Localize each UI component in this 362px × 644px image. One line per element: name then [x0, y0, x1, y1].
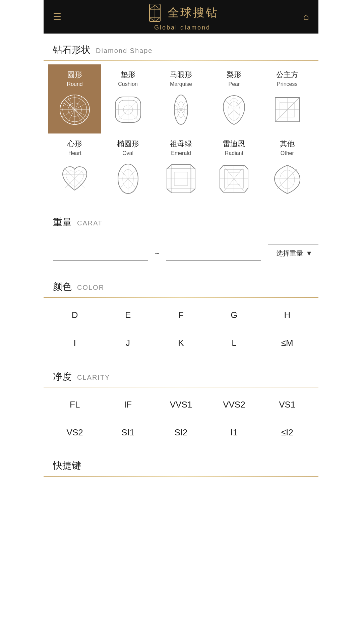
color-option-leM[interactable]: ≤M: [261, 329, 314, 357]
shape-heart-en: Heart: [68, 150, 81, 156]
carat-select-button[interactable]: 选择重量 ▼: [268, 245, 318, 262]
shape-other-cn: 其他: [280, 139, 295, 149]
color-title-en: COLOR: [77, 284, 104, 291]
quick-section: 快捷键: [44, 450, 318, 472]
shape-princess-cn: 公主方: [276, 70, 298, 80]
shape-cushion-icon: [110, 91, 146, 128]
color-option-I[interactable]: I: [48, 329, 101, 357]
logo-diamond-icon: [146, 3, 164, 23]
color-option-E[interactable]: E: [101, 301, 154, 329]
carat-min-input[interactable]: [53, 246, 148, 261]
color-grid: DEFGHIJKL≤M: [44, 298, 318, 360]
color-option-D[interactable]: D: [48, 301, 101, 329]
shape-pear-icon: [216, 91, 252, 128]
clarity-option-VVS1[interactable]: VVS1: [155, 391, 207, 419]
quick-divider: [44, 476, 318, 477]
app-header: ☰ 全球搜钻 Global diamond ⌂: [44, 0, 318, 34]
shape-round[interactable]: 圆形 Round: [48, 64, 101, 133]
carat-section-header: 重量 CARAT: [44, 206, 318, 229]
svg-line-5: [149, 5, 155, 9]
shape-pear[interactable]: 梨形 Pear: [207, 64, 260, 133]
carat-title-en: CARAT: [77, 219, 103, 227]
shape-round-icon: [56, 91, 93, 128]
shape-emerald-en: Emerald: [171, 150, 191, 156]
clarity-option-leI2[interactable]: ≤I2: [261, 419, 314, 446]
carat-select-label: 选择重量: [276, 249, 303, 258]
carat-title-cn: 重量: [53, 216, 72, 229]
shape-oval-icon: [110, 160, 146, 197]
clarity-section-header: 净度 CLARITY: [44, 360, 318, 383]
shape-round-en: Round: [67, 81, 83, 87]
carat-tilde: ~: [155, 248, 160, 259]
home-icon[interactable]: ⌂: [303, 11, 309, 22]
shape-oval-en: Oval: [122, 150, 133, 156]
quick-title-cn: 快捷键: [53, 459, 81, 472]
shape-oval[interactable]: 椭圆形 Oval: [101, 133, 154, 203]
shape-heart-cn: 心形: [67, 139, 82, 149]
shape-cushion-en: Cushion: [118, 81, 138, 87]
carat-inputs-section: ~ 选择重量 ▼: [44, 236, 318, 270]
shape-heart[interactable]: 心形 Heart: [48, 133, 101, 203]
color-option-K[interactable]: K: [155, 329, 207, 357]
clarity-option-I1[interactable]: I1: [207, 419, 260, 446]
color-section-header: 颜色 COLOR: [44, 270, 318, 293]
shape-marquise-icon: [163, 91, 199, 128]
shape-emerald-cn: 祖母绿: [170, 139, 192, 149]
shape-princess[interactable]: 公主方 Princess: [261, 64, 314, 133]
svg-line-6: [155, 5, 160, 9]
color-option-H[interactable]: H: [261, 301, 314, 329]
clarity-option-VS1[interactable]: VS1: [261, 391, 314, 419]
shape-oval-cn: 椭圆形: [117, 139, 139, 149]
shape-other[interactable]: 其他 Other: [261, 133, 314, 203]
clarity-option-FL[interactable]: FL: [48, 391, 101, 419]
shape-emerald-icon: [163, 160, 199, 197]
svg-line-46: [275, 110, 287, 122]
shape-cushion-cn: 垫形: [121, 70, 135, 80]
shape-pear-en: Pear: [228, 81, 240, 87]
shape-cushion[interactable]: 垫形 Cushion: [101, 64, 154, 133]
shape-radiant-icon: [216, 160, 252, 197]
shape-other-icon: [269, 160, 306, 197]
shape-round-cn: 圆形: [67, 70, 82, 80]
shape-emerald[interactable]: 祖母绿 Emerald: [155, 133, 207, 203]
shape-marquise[interactable]: 马眼形 Marquise: [155, 64, 207, 133]
shape-heart-icon: [56, 160, 93, 197]
color-option-L[interactable]: L: [207, 329, 260, 357]
shape-marquise-cn: 马眼形: [170, 70, 192, 80]
clarity-option-IF[interactable]: IF: [101, 391, 154, 419]
shape-section-title-cn: 钻石形状: [53, 44, 90, 56]
shape-marquise-en: Marquise: [170, 81, 192, 87]
carat-max-input[interactable]: [166, 246, 261, 261]
diamond-shape-section: 钻石形状 Diamond Shape: [44, 34, 318, 56]
color-option-F[interactable]: F: [155, 301, 207, 329]
clarity-option-VS2[interactable]: VS2: [48, 419, 101, 446]
clarity-option-SI1[interactable]: SI1: [101, 419, 154, 446]
color-option-J[interactable]: J: [101, 329, 154, 357]
clarity-grid: FLIFVVS1VVS2VS1VS2SI1SI2I1≤I2: [44, 387, 318, 450]
shape-princess-en: Princess: [277, 81, 297, 87]
svg-line-44: [275, 98, 287, 110]
color-option-G[interactable]: G: [207, 301, 260, 329]
shape-princess-icon: [269, 91, 306, 128]
carat-divider: [44, 233, 318, 233]
color-title-cn: 颜色: [53, 280, 72, 293]
svg-line-47: [287, 110, 299, 122]
carat-select-arrow: ▼: [306, 250, 312, 257]
shape-pear-cn: 梨形: [227, 70, 241, 80]
svg-line-45: [287, 98, 299, 110]
app-title-cn: 全球搜钻: [168, 5, 219, 20]
shape-radiant-en: Radiant: [225, 150, 243, 156]
clarity-option-VVS2[interactable]: VVS2: [207, 391, 260, 419]
shape-section-title-en: Diamond Shape: [96, 47, 153, 55]
clarity-option-SI2[interactable]: SI2: [155, 419, 207, 446]
clarity-title-cn: 净度: [53, 370, 72, 383]
shape-radiant-cn: 雷迪恩: [223, 139, 245, 149]
shape-other-en: Other: [281, 150, 294, 156]
app-title-en: Global diamond: [154, 24, 210, 31]
shape-grid: 圆形 Round 垫形 Cushion: [44, 61, 318, 206]
menu-icon[interactable]: ☰: [53, 11, 61, 22]
clarity-title-en: CLARITY: [77, 374, 110, 381]
shape-radiant[interactable]: 雷迪恩 Radiant: [207, 133, 260, 203]
app-logo: 全球搜钻 Global diamond: [146, 3, 219, 31]
